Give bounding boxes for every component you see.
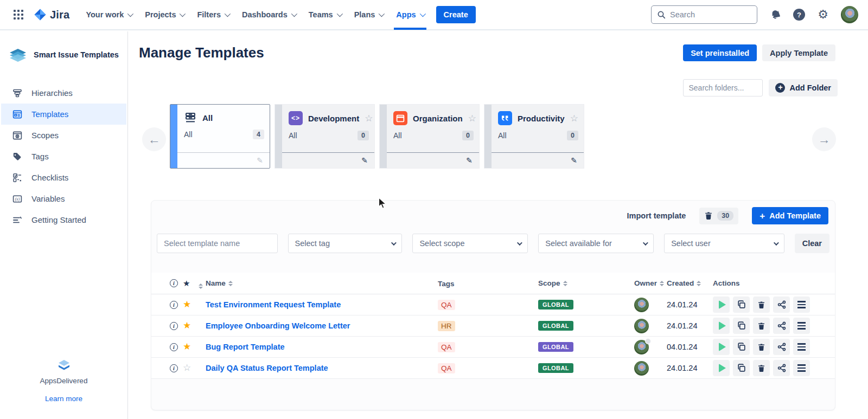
carousel-left-arrow[interactable]: ← — [142, 127, 166, 151]
apply-play-button[interactable] — [713, 318, 730, 334]
nav-projects[interactable]: Projects — [139, 6, 189, 23]
nav-teams[interactable]: Teams — [303, 6, 347, 23]
share-button[interactable] — [773, 318, 790, 334]
column-header-created[interactable]: Created — [667, 279, 694, 287]
sort-icon[interactable] — [660, 281, 664, 286]
folder-card-all[interactable]: All All4 ✎ — [170, 104, 270, 169]
copy-button[interactable] — [733, 339, 750, 355]
favorite-star-icon[interactable]: ☆ — [468, 113, 476, 124]
import-template-link[interactable]: Import template — [627, 211, 686, 220]
sort-icon[interactable] — [199, 283, 203, 289]
info-icon[interactable]: i — [170, 301, 178, 309]
global-search[interactable] — [651, 5, 757, 24]
delete-button[interactable] — [753, 339, 770, 355]
column-header-owner[interactable]: Owner — [634, 279, 657, 287]
favorite-star-icon[interactable]: ☆ — [183, 363, 191, 373]
nav-plans[interactable]: Plans — [349, 6, 389, 23]
help-icon[interactable]: ? — [793, 9, 805, 21]
info-icon[interactable]: i — [170, 343, 178, 351]
nav-dashboards[interactable]: Dashboards — [237, 6, 301, 23]
share-button[interactable] — [773, 339, 790, 355]
edit-pencil-icon[interactable]: ✎ — [571, 156, 577, 165]
template-name-link[interactable]: Daily QA Status Report Template — [206, 364, 328, 372]
template-name-link[interactable]: Bug Report Template — [206, 343, 285, 351]
sidebar-item-scopes[interactable]: Scopes — [1, 125, 126, 146]
folder-card-organization[interactable]: Organization ☆ All0 ✎ — [379, 104, 480, 169]
delete-button[interactable] — [753, 360, 770, 376]
delete-button[interactable] — [753, 318, 770, 334]
info-icon[interactable]: i — [170, 322, 178, 330]
favorite-star-icon[interactable]: ★ — [183, 320, 191, 331]
more-menu-button[interactable] — [793, 296, 810, 313]
column-header-name[interactable]: Name — [206, 279, 226, 287]
more-menu-button[interactable] — [793, 360, 810, 376]
copy-button[interactable] — [733, 318, 750, 334]
filter-available-for-select[interactable]: Select available for — [538, 234, 654, 253]
sort-icon[interactable] — [563, 281, 567, 286]
plus-circle-icon: + — [775, 83, 785, 93]
notifications-bell-icon[interactable] — [768, 8, 782, 22]
template-name-link[interactable]: Employee Onboarding Welcome Letter — [206, 321, 350, 330]
search-folders-input[interactable] — [683, 79, 763, 96]
filter-scope-select[interactable]: Select scope — [412, 234, 528, 253]
template-name-link[interactable]: Test Environment Request Template — [206, 300, 341, 309]
add-folder-button[interactable]: + Add Folder — [769, 79, 838, 96]
sort-icon[interactable] — [228, 281, 233, 286]
share-button[interactable] — [773, 360, 790, 376]
settings-gear-icon[interactable]: ⚙ — [816, 8, 830, 22]
favorite-star-icon[interactable]: ★ — [183, 299, 191, 310]
set-preinstalled-button[interactable]: Set preinstalled — [683, 44, 757, 61]
create-button[interactable]: Create — [436, 6, 476, 23]
clear-filters-button[interactable]: Clear — [795, 234, 829, 253]
copy-button[interactable] — [733, 296, 750, 313]
share-button[interactable] — [773, 296, 790, 313]
filter-template-name-input[interactable] — [157, 234, 278, 253]
sort-icon[interactable] — [697, 281, 701, 286]
sidebar-item-getting-started[interactable]: Getting Started — [1, 209, 126, 230]
chevron-down-icon — [774, 240, 779, 246]
folder-card-development[interactable]: <> Development ☆ All0 ✎ — [275, 104, 375, 169]
menu-icon — [797, 301, 806, 308]
sidebar-item-tags[interactable]: Tags — [1, 146, 126, 167]
nav-your-work[interactable]: Your work — [80, 6, 137, 23]
column-header-scope[interactable]: Scope — [538, 279, 560, 287]
favorite-star-icon[interactable]: ★ — [183, 341, 191, 352]
edit-pencil-icon[interactable]: ✎ — [361, 156, 368, 165]
carousel-right-arrow[interactable]: → — [812, 127, 836, 151]
recycle-bin-button[interactable]: 30 — [699, 208, 738, 224]
copy-icon — [737, 343, 746, 351]
add-template-button[interactable]: + Add Template — [752, 207, 828, 224]
sidebar-item-checklists[interactable]: Checklists — [1, 167, 126, 188]
jira-logo[interactable]: Jira — [34, 8, 69, 21]
nav-filters[interactable]: Filters — [192, 6, 234, 23]
page-title: Manage Templates — [139, 44, 264, 61]
more-menu-button[interactable] — [793, 318, 810, 334]
chevron-down-icon — [336, 11, 342, 17]
more-menu-button[interactable] — [793, 339, 810, 355]
filter-tag-select[interactable]: Select tag — [288, 234, 403, 253]
star-column-icon[interactable]: ★ — [183, 279, 190, 288]
apply-template-button[interactable]: Apply Template — [762, 44, 835, 61]
info-icon[interactable]: i — [170, 364, 178, 372]
edit-pencil-icon[interactable]: ✎ — [466, 156, 473, 165]
apply-play-button[interactable] — [713, 296, 730, 313]
delete-button[interactable] — [753, 296, 770, 313]
apply-play-button[interactable] — [713, 360, 730, 376]
filter-user-select[interactable]: Select user — [664, 234, 784, 253]
search-icon — [657, 10, 666, 19]
favorite-star-icon[interactable]: ☆ — [365, 113, 373, 124]
learn-more-link[interactable]: Learn more — [0, 395, 127, 403]
sidebar-item-variables[interactable]: (x) Variables — [1, 188, 126, 209]
favorite-star-icon[interactable]: ☆ — [570, 113, 578, 124]
app-switcher-icon[interactable] — [10, 6, 27, 23]
apply-play-button[interactable] — [713, 339, 730, 355]
nav-apps[interactable]: Apps — [391, 6, 429, 23]
user-avatar[interactable] — [841, 6, 858, 23]
copy-button[interactable] — [733, 360, 750, 376]
created-date: 24.01.24 — [667, 321, 697, 330]
search-input[interactable] — [670, 10, 746, 19]
folder-card-productivity[interactable]: Productivity ☆ All0 ✎ — [484, 104, 584, 169]
edit-pencil-icon[interactable]: ✎ — [257, 156, 263, 165]
sidebar-item-templates[interactable]: Templates — [1, 104, 126, 125]
sidebar-item-hierarchies[interactable]: Hierarchies — [1, 82, 126, 104]
